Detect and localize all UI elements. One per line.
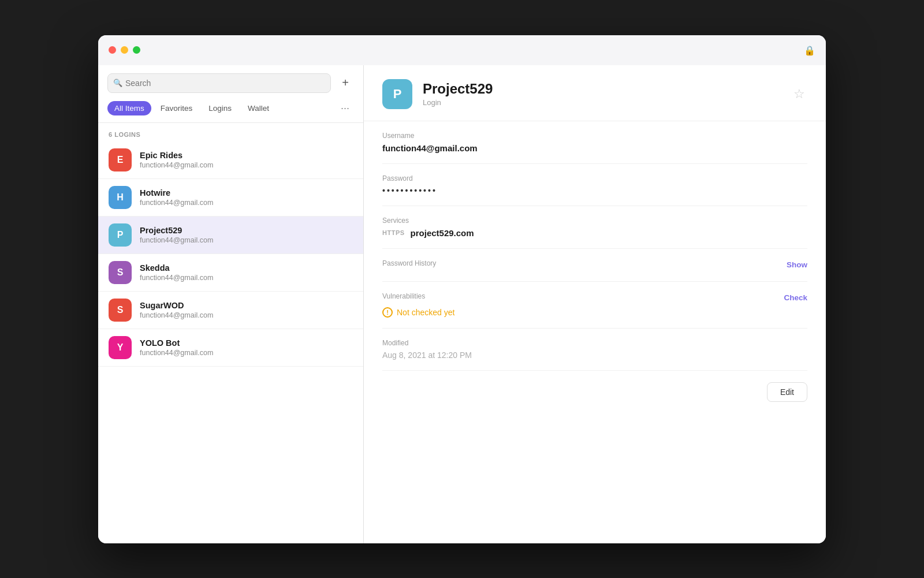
favorite-button[interactable]: ☆ — [791, 84, 807, 104]
list-item[interactable]: S Skedda function44@gmail.com — [98, 254, 363, 292]
list-item[interactable]: H Hotwire function44@gmail.com — [98, 179, 363, 217]
tab-wallet[interactable]: Wallet — [241, 101, 276, 115]
tab-all-items[interactable]: All Items — [107, 101, 151, 115]
https-badge: HTTPS — [382, 229, 405, 236]
services-field: Services HTTPS project529.com — [382, 206, 807, 249]
username-field: Username function44@gmail.com — [382, 121, 807, 164]
avatar: S — [109, 261, 132, 284]
service-url[interactable]: project529.com — [411, 228, 474, 238]
tab-favorites[interactable]: Favorites — [154, 101, 200, 115]
avatar: E — [109, 148, 132, 171]
list-item[interactable]: E Epic Rides function44@gmail.com — [98, 141, 363, 179]
login-name: SugarWOD — [140, 301, 353, 310]
section-header: 6 Logins — [98, 123, 363, 141]
detail-title-group: Project529 Login — [423, 81, 781, 107]
detail-header: P Project529 Login ☆ — [364, 65, 826, 121]
login-email: function44@gmail.com — [140, 199, 353, 207]
search-input-wrapper: 🔍 — [107, 73, 331, 93]
detail-subtitle: Login — [423, 98, 781, 107]
password-label: Password — [382, 174, 807, 182]
login-name: Epic Rides — [140, 151, 353, 160]
password-value: •••••••••••• — [382, 186, 807, 195]
search-input[interactable] — [107, 73, 331, 93]
username-label: Username — [382, 132, 807, 140]
login-email: function44@gmail.com — [140, 274, 353, 282]
filter-tabs: All Items Favorites Logins Wallet ··· — [107, 100, 354, 117]
avatar: H — [109, 186, 132, 209]
detail-panel: P Project529 Login ☆ Username function44… — [364, 65, 826, 543]
check-vulnerabilities-button[interactable]: Check — [784, 293, 807, 302]
vulnerabilities-status: ! Not checked yet — [382, 307, 807, 318]
sidebar: 🔍 + All Items Favorites Logins Wallet ··… — [98, 65, 364, 543]
login-email: function44@gmail.com — [140, 311, 353, 319]
avatar: S — [109, 299, 132, 322]
detail-fields: Username function44@gmail.com Password •… — [364, 121, 826, 371]
password-field: Password •••••••••••• — [382, 164, 807, 206]
detail-title: Project529 — [423, 81, 781, 97]
app-window: 🔒 🔍 + All Items Favorites Logins Wallet — [98, 35, 826, 543]
login-name: YOLO Bot — [140, 338, 353, 348]
login-email: function44@gmail.com — [140, 349, 353, 357]
login-list: E Epic Rides function44@gmail.com H Hotw… — [98, 141, 363, 543]
minimize-button[interactable] — [121, 46, 128, 54]
login-name: Hotwire — [140, 188, 353, 197]
modified-field: Modified Aug 8, 2021 at 12:20 PM — [382, 329, 807, 371]
username-value: function44@gmail.com — [382, 143, 807, 153]
lock-icon: 🔒 — [804, 44, 815, 55]
detail-footer: Edit — [364, 371, 826, 413]
search-icon: 🔍 — [113, 79, 122, 87]
search-bar: 🔍 + — [107, 73, 354, 93]
modified-date: Aug 8, 2021 at 12:20 PM — [382, 350, 807, 360]
title-bar: 🔒 — [98, 35, 826, 65]
vulnerabilities-field: Vulnerabilities Check ! Not checked yet — [382, 282, 807, 329]
login-info: YOLO Bot function44@gmail.com — [140, 338, 353, 357]
not-checked-text: Not checked yet — [397, 308, 454, 317]
detail-avatar: P — [382, 79, 412, 109]
services-label: Services — [382, 217, 807, 225]
services-row: HTTPS project529.com — [382, 228, 807, 238]
password-history-field: Password History Show — [382, 249, 807, 282]
sidebar-header: 🔍 + All Items Favorites Logins Wallet ··… — [98, 65, 363, 123]
list-item[interactable]: P Project529 function44@gmail.com — [98, 217, 363, 254]
add-button[interactable]: + — [337, 74, 354, 92]
login-info: Epic Rides function44@gmail.com — [140, 151, 353, 169]
login-info: Hotwire function44@gmail.com — [140, 188, 353, 207]
more-options-button[interactable]: ··· — [336, 100, 354, 117]
edit-button[interactable]: Edit — [767, 382, 807, 402]
avatar: P — [109, 223, 132, 247]
login-info: Project529 function44@gmail.com — [140, 226, 353, 244]
traffic-lights — [109, 46, 140, 54]
avatar: Y — [109, 336, 132, 359]
login-email: function44@gmail.com — [140, 161, 353, 169]
login-info: Skedda function44@gmail.com — [140, 263, 353, 282]
login-email: function44@gmail.com — [140, 236, 353, 244]
warning-icon: ! — [382, 307, 393, 318]
main-content: 🔍 + All Items Favorites Logins Wallet ··… — [98, 65, 826, 543]
modified-label: Modified — [382, 339, 807, 347]
password-history-label: Password History — [382, 259, 436, 267]
login-name: Project529 — [140, 226, 353, 235]
vulnerabilities-row: Vulnerabilities Check — [382, 292, 807, 304]
maximize-button[interactable] — [133, 46, 140, 54]
login-info: SugarWOD function44@gmail.com — [140, 301, 353, 319]
list-item[interactable]: S SugarWOD function44@gmail.com — [98, 292, 363, 329]
show-history-button[interactable]: Show — [787, 260, 807, 269]
close-button[interactable] — [109, 46, 116, 54]
login-name: Skedda — [140, 263, 353, 273]
vulnerabilities-label: Vulnerabilities — [382, 292, 425, 300]
list-item[interactable]: Y YOLO Bot function44@gmail.com — [98, 329, 363, 367]
tab-logins[interactable]: Logins — [202, 101, 239, 115]
password-history-row: Password History Show — [382, 259, 807, 271]
